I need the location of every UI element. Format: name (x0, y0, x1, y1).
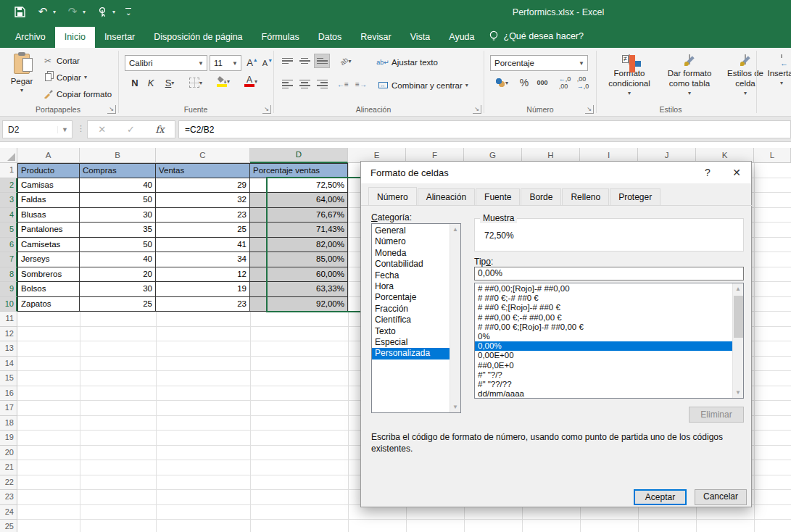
cell-porcentaje[interactable]: 63,33% (250, 282, 348, 297)
align-center-button[interactable] (297, 77, 312, 91)
table-row[interactable]: Jerseys 40 34 85,00% (17, 252, 348, 267)
cell-ventas[interactable]: 34 (156, 252, 250, 267)
row-header[interactable]: 1 (0, 163, 17, 178)
cell-producto[interactable]: Camisas (17, 178, 80, 194)
cell-porcentaje[interactable]: 92,00% (250, 297, 348, 312)
row-header[interactable]: 21 (0, 460, 17, 475)
ribbon-tab[interactable]: Inicio (55, 27, 95, 48)
cell-ventas[interactable]: 12 (156, 267, 250, 283)
row-header[interactable]: 24 (0, 505, 17, 520)
font-dialog-launcher[interactable]: ↘ (262, 105, 271, 114)
underline-button[interactable]: S▾ (159, 75, 181, 90)
format-list-scrollbar[interactable]: ▲▼ (732, 283, 743, 398)
ribbon-tab[interactable]: Fórmulas (252, 27, 309, 48)
row-header[interactable]: 18 (0, 416, 17, 431)
cell-porcentaje[interactable]: 71,43% (250, 223, 348, 238)
font-color-button[interactable]: A ▾ (239, 74, 262, 88)
cell-ventas[interactable]: 41 (156, 238, 250, 253)
alignment-dialog-launcher[interactable]: ↘ (473, 105, 481, 114)
category-item[interactable]: Número (372, 236, 460, 247)
insert-cells-button[interactable]: Insertar ▾ (761, 51, 791, 112)
format-code-item[interactable]: #" "??/?? (475, 380, 743, 389)
table-row[interactable]: Camisas 40 29 72,50% (17, 178, 348, 194)
tell-me-search[interactable]: ¿Qué desea hacer? (484, 25, 589, 48)
category-item[interactable]: Especial (372, 337, 460, 348)
insert-function-icon[interactable]: fx (155, 124, 164, 135)
scroll-down-icon[interactable]: ▼ (733, 387, 743, 398)
table-row[interactable]: Blusas 30 23 76,67% (17, 208, 348, 223)
row-header[interactable]: 16 (0, 386, 17, 402)
percent-style-button[interactable]: % (516, 75, 532, 90)
dialog-tab[interactable]: Fuente (476, 188, 520, 205)
row-header[interactable]: 2 (0, 178, 17, 194)
row-header[interactable]: 15 (0, 371, 17, 386)
cell-porcentaje[interactable]: 72,50% (250, 178, 348, 194)
cell-compras[interactable]: 50 (80, 238, 156, 253)
category-item[interactable]: Texto (372, 326, 460, 337)
decrease-indent-button[interactable]: ←≡ (335, 77, 351, 91)
table-row[interactable]: Pantalones 35 25 71,43% (17, 223, 348, 238)
table-row[interactable]: Sombreros 20 12 60,00% (17, 267, 348, 283)
table-row[interactable]: Bolsos 30 19 63,33% (17, 282, 348, 297)
row-header[interactable]: 22 (0, 475, 17, 491)
font-size-combo[interactable]: 11▼ (210, 55, 241, 71)
touch-mode-icon[interactable] (96, 5, 109, 18)
formula-input[interactable]: =C2/B2 (178, 120, 791, 138)
cut-button[interactable]: ✂ Cortar (42, 54, 80, 67)
format-code-item[interactable]: # ##0 €;[Rojo]-# ##0 € (475, 303, 743, 312)
table-row[interactable]: Camisetas 50 41 82,00% (17, 238, 348, 253)
row-header[interactable]: 10 (0, 297, 17, 312)
row-header[interactable]: 19 (0, 431, 17, 446)
row-header[interactable]: 4 (0, 208, 17, 223)
cell-producto[interactable]: Jerseys (17, 252, 80, 267)
delete-button[interactable]: Eliminar (689, 407, 744, 423)
cell-compras[interactable]: 30 (80, 208, 156, 223)
row-header[interactable]: 20 (0, 446, 17, 461)
comma-style-button[interactable]: 000 (534, 75, 550, 90)
row-header[interactable]: 9 (0, 282, 17, 297)
cell-ventas[interactable]: 25 (156, 223, 250, 238)
undo-icon[interactable]: ↶ (36, 5, 49, 18)
ribbon-tab[interactable]: Vista (401, 27, 440, 48)
row-header[interactable]: 7 (0, 252, 17, 267)
format-code-item[interactable]: 0% (475, 332, 743, 341)
category-item[interactable]: Moneda (372, 248, 460, 259)
format-as-table-button[interactable]: Dar formato como tabla ▾ (660, 51, 719, 112)
cell-compras[interactable]: 25 (80, 297, 156, 312)
number-dialog-launcher[interactable]: ↘ (585, 105, 594, 114)
data-table[interactable]: Producto Compras Ventas Porcentaje venta… (17, 163, 348, 312)
format-code-item[interactable]: 0,00E+00 (475, 351, 743, 360)
scroll-up-icon[interactable]: ▲ (450, 224, 460, 235)
align-middle-button[interactable] (297, 54, 312, 68)
bold-button[interactable]: N (127, 75, 143, 90)
category-item[interactable]: Contabilidad (372, 259, 460, 270)
scrollbar-thumb[interactable] (734, 296, 743, 338)
cancel-entry-icon[interactable]: ✕ (98, 124, 106, 135)
cell-porcentaje[interactable]: 85,00% (250, 252, 348, 267)
scroll-down-icon[interactable]: ▼ (450, 402, 460, 412)
type-input[interactable]: 0,00% (474, 267, 744, 280)
row-header[interactable]: 12 (0, 327, 17, 342)
cell-compras[interactable]: 35 (80, 223, 156, 238)
cell-producto[interactable]: Blusas (17, 208, 80, 223)
format-code-item[interactable]: ##0,0E+0 (475, 361, 743, 370)
orientation-button[interactable]: ab▾ (335, 54, 357, 68)
table-header-row[interactable]: Producto Compras Ventas Porcentaje venta… (17, 163, 348, 178)
align-bottom-button[interactable] (314, 54, 330, 68)
cell-compras[interactable]: 40 (80, 178, 156, 194)
dialog-help-button[interactable]: ? (693, 162, 722, 183)
undo-dropdown-icon[interactable]: ▾ (53, 9, 56, 15)
format-code-item[interactable]: # ##0 €;-# ##0 € (475, 294, 743, 303)
formula-bar-grip[interactable]: ⋮ (77, 124, 86, 133)
confirm-entry-icon[interactable]: ✓ (127, 124, 135, 135)
cell-ventas[interactable]: 29 (156, 178, 250, 194)
ribbon-tab[interactable]: Archivo (6, 27, 55, 48)
dialog-tab[interactable]: Proteger (610, 188, 660, 205)
increase-indent-button[interactable]: ≡→ (353, 77, 369, 91)
increase-font-button[interactable]: A▲ (244, 55, 260, 70)
header-cell[interactable]: Ventas (156, 163, 250, 178)
touch-mode-dropdown-icon[interactable]: ▾ (112, 9, 115, 15)
cell-porcentaje[interactable]: 82,00% (250, 238, 348, 253)
format-code-item[interactable]: dd/mm/aaaa (475, 389, 743, 399)
cell-producto[interactable]: Pantalones (17, 223, 80, 238)
